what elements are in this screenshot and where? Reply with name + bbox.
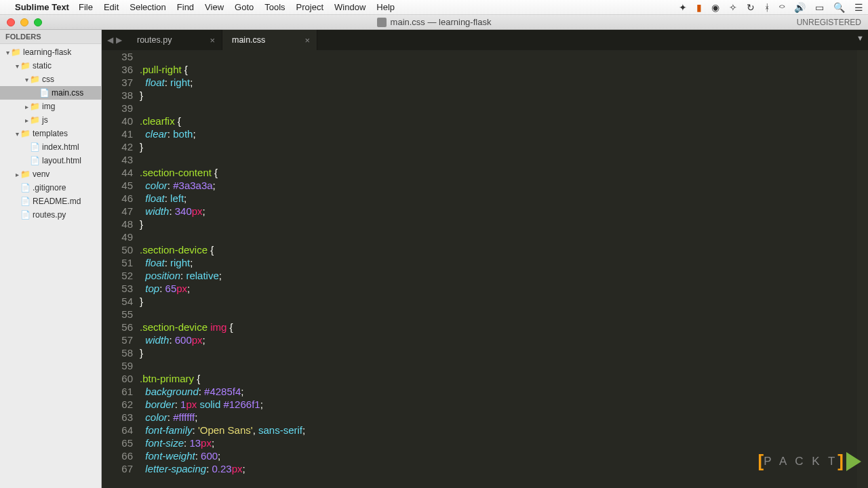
tree-file[interactable]: 📄index.html [0, 140, 101, 154]
menu-goto[interactable]: Goto [235, 2, 254, 12]
file-icon: 📄 [30, 142, 39, 152]
tree-item-label: static [33, 61, 52, 70]
github-icon[interactable]: ◉ [711, 2, 719, 13]
menu-tools[interactable]: Tools [264, 2, 285, 12]
menu-project[interactable]: Project [296, 2, 323, 12]
code-content[interactable]: .pull-right { float: right;}.clearfix { … [140, 50, 868, 488]
file-icon: 📄 [30, 156, 39, 165]
sidebar-header: FOLDERS [0, 30, 101, 44]
folder-icon: 📁 [20, 61, 30, 70]
volume-icon[interactable]: 🔊 [794, 2, 806, 13]
folder-icon: 📁 [11, 47, 20, 57]
tree-item-label: venv [33, 169, 50, 179]
tree-item-label: learning-flask [23, 47, 71, 57]
minimap[interactable] [857, 50, 868, 488]
tree-file[interactable]: 📄layout.html [0, 154, 101, 167]
spotlight-icon[interactable]: 🔍 [833, 2, 845, 13]
line-gutter: 3536373839404142434445464748495051525354… [102, 50, 140, 488]
disclosure-arrow-icon[interactable]: ▾ [14, 62, 20, 70]
disclosure-arrow-icon[interactable]: ▸ [23, 103, 30, 110]
play-icon [846, 452, 861, 471]
code-area[interactable]: 3536373839404142434445464748495051525354… [102, 50, 868, 488]
tree-item-label: css [42, 75, 54, 84]
menu-view[interactable]: View [205, 2, 224, 12]
tree-item-label: routes.py [33, 210, 66, 220]
menu-help[interactable]: Help [376, 2, 395, 12]
tree-item-label: index.html [42, 142, 79, 152]
tree-folder[interactable]: ▾📁static [0, 59, 101, 73]
tree-item-label: templates [33, 129, 68, 138]
tab[interactable]: main.css× [222, 30, 317, 50]
menu-find[interactable]: Find [177, 2, 194, 12]
window-title: main.css — learning-flask [391, 17, 492, 27]
tab-close-icon[interactable]: × [210, 35, 215, 45]
tree-folder[interactable]: ▾📁css [0, 73, 101, 86]
tree-item-label: README.md [33, 197, 81, 206]
folder-icon: 📁 [30, 75, 39, 84]
tree-folder[interactable]: ▸📁js [0, 113, 101, 127]
evernote-icon[interactable]: ✦ [679, 2, 687, 13]
tree-folder[interactable]: ▸📁venv [0, 167, 101, 181]
tree-file[interactable]: 📄.gitignore [0, 181, 101, 195]
disclosure-arrow-icon[interactable]: ▾ [14, 130, 20, 138]
disclosure-arrow-icon[interactable]: ▾ [23, 76, 30, 83]
menu-selection[interactable]: Selection [130, 2, 165, 12]
unregistered-label: UNREGISTERED [797, 18, 861, 27]
disclosure-arrow-icon[interactable]: ▸ [14, 171, 20, 178]
menu-window[interactable]: Window [334, 2, 366, 12]
tree-file[interactable]: 📄routes.py [0, 208, 101, 222]
tree-item-label: img [42, 102, 55, 111]
tab-close-icon[interactable]: × [304, 35, 310, 45]
nav-forward-icon[interactable]: ▶ [115, 35, 123, 45]
file-icon: 📄 [39, 88, 49, 98]
file-icon: 📄 [20, 210, 30, 220]
disclosure-arrow-icon[interactable]: ▾ [4, 49, 11, 56]
nav-back-icon[interactable]: ◀ [106, 35, 115, 45]
tab-label: main.css [232, 35, 265, 45]
menu-file[interactable]: File [79, 2, 93, 12]
tree-folder[interactable]: ▸📁img [0, 100, 101, 113]
system-menubar: Sublime Text File Edit Selection Find Vi… [0, 0, 868, 15]
editor: ◀ ▶ routes.py×main.css× ▼ 35363738394041… [102, 30, 868, 488]
app-name[interactable]: Sublime Text [15, 2, 69, 12]
battery-icon[interactable]: ▭ [815, 2, 824, 13]
folder-icon: 📁 [30, 102, 39, 111]
menubar-app-icon[interactable]: ▮ [696, 2, 702, 13]
folder-icon: 📁 [20, 129, 30, 138]
control-center-icon[interactable]: ☰ [854, 2, 863, 13]
tree-folder[interactable]: ▾📁templates [0, 127, 101, 140]
menu-edit[interactable]: Edit [104, 2, 119, 12]
sidebar: FOLDERS ▾📁learning-flask▾📁static▾📁css📄ma… [0, 30, 102, 488]
file-icon: 📄 [20, 183, 30, 192]
packt-watermark: [P A C K T] [758, 451, 861, 472]
notifications-icon[interactable]: ✧ [729, 2, 737, 13]
tab-overflow-icon[interactable]: ▼ [856, 34, 864, 42]
tabbar: ◀ ▶ routes.py×main.css× ▼ [102, 30, 868, 50]
tree-item-label: .gitignore [33, 183, 66, 192]
disclosure-arrow-icon[interactable]: ▸ [23, 117, 30, 124]
folder-icon: 📁 [20, 169, 30, 179]
tree-folder[interactable]: ▾📁learning-flask [0, 45, 101, 59]
tab[interactable]: routes.py× [127, 30, 222, 50]
tree-item-label: layout.html [42, 156, 81, 165]
tree-item-label: main.css [52, 88, 83, 98]
tree-file[interactable]: 📄main.css [0, 86, 101, 100]
tree-item-label: js [42, 115, 48, 125]
timemachine-icon[interactable]: ↻ [747, 2, 755, 13]
tab-label: routes.py [137, 35, 172, 45]
bluetooth-icon[interactable]: ᚼ [764, 2, 770, 13]
document-icon [377, 18, 387, 27]
file-icon: 📄 [20, 197, 30, 206]
folder-icon: 📁 [30, 115, 39, 125]
file-tree: ▾📁learning-flask▾📁static▾📁css📄main.css▸📁… [0, 44, 101, 222]
wifi-icon[interactable]: ⌔ [779, 2, 785, 13]
tree-file[interactable]: 📄README.md [0, 195, 101, 208]
window-titlebar: main.css — learning-flask UNREGISTERED [0, 15, 868, 30]
